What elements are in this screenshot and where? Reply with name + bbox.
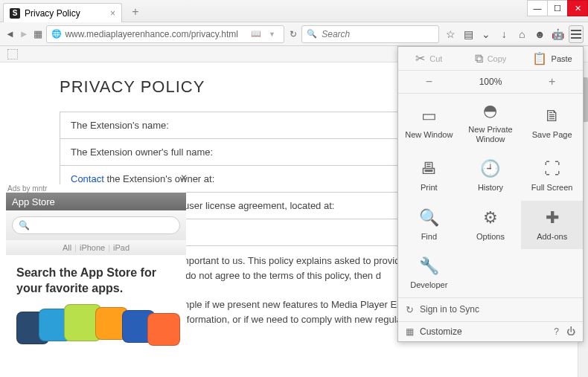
back-button[interactable]: ◄ [4, 27, 16, 42]
menu-customize[interactable]: ▦ Customize [406, 326, 554, 337]
search-bar[interactable]: 🔍 [301, 25, 439, 43]
ad-close-icon[interactable]: ✕ [180, 173, 188, 183]
hamburger-menu-panel: ✂Cut ⧉Copy 📋Paste − 100% + ▭New Window ◓… [397, 46, 584, 342]
zoom-level[interactable]: 100% [460, 71, 522, 93]
menu-new-private-window[interactable]: ◓New Private Window [460, 94, 522, 152]
menu-empty [521, 249, 583, 297]
menu-label: Full Screen [531, 183, 573, 193]
robot-icon[interactable]: 🤖 [549, 26, 566, 42]
menu-cut[interactable]: ✂Cut [398, 47, 460, 70]
reload-button[interactable]: ↻ [287, 29, 298, 39]
mask-icon: ◓ [483, 101, 497, 120]
zoom-in-button[interactable]: + [521, 71, 583, 93]
favicon: S [10, 8, 20, 19]
ad-tab-all[interactable]: All [63, 243, 71, 252]
ad-tabs: All|iPhone|iPad [6, 240, 186, 255]
ad-app-icons [6, 303, 186, 350]
tab-close-icon[interactable]: × [110, 8, 115, 19]
menu-developer[interactable]: 🔧Developer [398, 249, 460, 297]
menu-new-window[interactable]: ▭New Window [398, 94, 460, 152]
reader-mode-icon[interactable]: 📖 [251, 29, 261, 39]
ad-headline: Search the App Store for your favorite a… [16, 265, 176, 297]
window-close-button[interactable]: ✕ [567, 0, 588, 16]
menu-label: Save Page [532, 130, 572, 140]
menu-signin-label: Sign in to Sync [420, 304, 479, 315]
minus-icon: − [426, 75, 432, 88]
printer-icon: 🖶 [421, 159, 437, 178]
ad-popup: Ads by mntr ✕ App Store 🔍 All|iPhone|iPa… [6, 184, 186, 350]
plus-box-icon: ▦ [406, 326, 414, 337]
hamburger-menu-button[interactable] [569, 25, 584, 43]
globe-icon: 🌐 [51, 29, 62, 39]
search-icon: 🔍 [307, 29, 317, 39]
toolbar-icons: ☆ ▤ ⌄ ↓ ⌂ ☻ 🤖 [442, 26, 566, 42]
wrench-icon: 🔧 [419, 257, 439, 276]
menu-cut-label: Cut [429, 54, 442, 63]
policy-row-text: the Extension's owner at: [104, 173, 214, 184]
search-input[interactable] [322, 29, 434, 39]
ad-search-input[interactable]: 🔍 [12, 216, 180, 234]
window-minimize-button[interactable]: — [527, 0, 548, 16]
forward-button[interactable]: ► [19, 27, 30, 42]
home-icon[interactable]: ⌂ [514, 26, 530, 42]
menu-label: History [478, 183, 503, 193]
tab-groups-icon[interactable]: ▦ [33, 27, 44, 42]
bookmarks-list-icon[interactable]: ▤ [460, 26, 476, 42]
menu-empty [460, 249, 522, 297]
menu-label: New Window [405, 130, 453, 140]
dropdown-icon[interactable]: ▼ [264, 27, 279, 42]
ad-tab-ipad[interactable]: iPad [113, 243, 130, 252]
window-icon: ▭ [421, 106, 437, 126]
face-icon[interactable]: ☻ [531, 26, 548, 42]
app-icon[interactable] [147, 313, 180, 346]
menu-label: Find [421, 232, 437, 242]
ad-header: App Store [6, 193, 186, 210]
menu-signin[interactable]: ↻ Sign in to Sync [398, 297, 583, 321]
clipboard-icon: 📋 [532, 51, 547, 65]
menu-label: Developer [410, 280, 447, 290]
address-bar[interactable]: 🌐 www.mediaplayerenhance.com/privacy.htm… [46, 25, 284, 43]
ad-search-area: 🔍 [6, 210, 186, 240]
menu-copy[interactable]: ⧉Copy [460, 47, 522, 70]
menu-customize-label: Customize [420, 326, 462, 337]
url-text: www.mediaplayerenhance.com/privacy.html [65, 29, 248, 39]
clock-icon: 🕘 [480, 159, 500, 178]
window-maximize-button[interactable]: ☐ [547, 0, 568, 16]
scissors-icon: ✂ [415, 51, 425, 65]
menu-options[interactable]: ⚙Options [460, 201, 522, 249]
downloads-icon[interactable]: ↓ [496, 26, 512, 42]
browser-tab[interactable]: S Privacy Policy × [3, 3, 122, 22]
ad-attribution: Ads by mntr [6, 184, 186, 193]
menu-find[interactable]: 🔍Find [398, 201, 460, 249]
menu-history[interactable]: 🕘History [460, 152, 522, 200]
bookmark-placeholder-icon[interactable] [7, 49, 18, 59]
menu-label: Add-ons [537, 232, 567, 242]
new-tab-button[interactable]: + [127, 4, 144, 19]
pocket-icon[interactable]: ⌄ [478, 26, 494, 42]
menu-paste[interactable]: 📋Paste [521, 47, 583, 70]
sync-icon: ↻ [406, 304, 414, 315]
help-icon[interactable]: ? [554, 326, 559, 337]
fullscreen-icon: ⛶ [544, 159, 560, 178]
copy-icon: ⧉ [475, 52, 483, 65]
gear-icon: ⚙ [483, 208, 498, 228]
search-icon: 🔍 [19, 220, 30, 231]
menu-grid: ▭New Window ◓New Private Window 🗎Save Pa… [398, 94, 583, 297]
menu-save-page[interactable]: 🗎Save Page [521, 94, 583, 152]
menu-addons[interactable]: ✚Add-ons [521, 201, 583, 249]
menu-label: Print [421, 183, 438, 193]
search-icon: 🔍 [419, 208, 439, 228]
zoom-out-button[interactable]: − [398, 71, 460, 93]
contact-link[interactable]: Contact [71, 173, 104, 184]
navigation-bar: ◄ ► ▦ 🌐 www.mediaplayerenhance.com/priva… [0, 22, 588, 46]
menu-zoom-row: − 100% + [398, 71, 583, 94]
power-icon[interactable]: ⏻ [566, 326, 575, 337]
menu-print[interactable]: 🖶Print [398, 152, 460, 200]
window-titlebar: S Privacy Policy × + — ☐ ✕ [0, 0, 588, 22]
ad-tab-iphone[interactable]: iPhone [80, 243, 105, 252]
bookmark-star-icon[interactable]: ☆ [442, 26, 458, 42]
menu-copy-label: Copy [488, 54, 507, 63]
menu-paste-label: Paste [552, 54, 572, 63]
menu-edit-row: ✂Cut ⧉Copy 📋Paste [398, 47, 583, 71]
menu-full-screen[interactable]: ⛶Full Screen [521, 152, 583, 200]
